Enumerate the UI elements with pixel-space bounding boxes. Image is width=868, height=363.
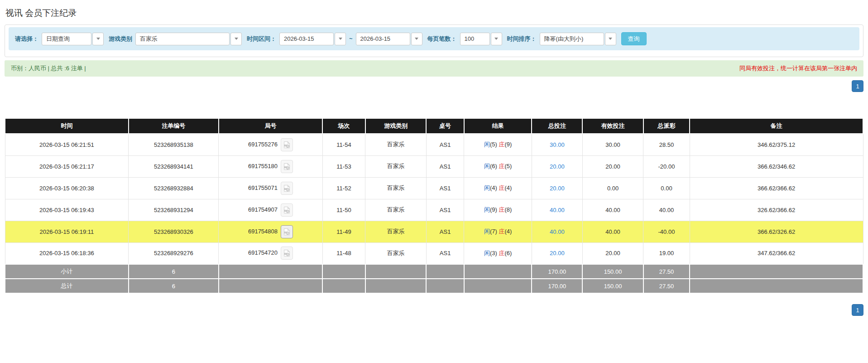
chevron-down-icon[interactable] (92, 33, 104, 45)
game-type-label: 游戏类别 (109, 35, 132, 43)
cell-session: 11-50 (322, 199, 365, 221)
video-replay-icon[interactable] (281, 182, 293, 195)
chevron-down-icon[interactable] (335, 33, 346, 45)
valid-bet-warning-text: 同局有效投注，统一计算在该局第一张注单内 (739, 64, 857, 73)
date-from-select[interactable]: 2026-03-15 (279, 33, 346, 45)
col-round-id: 局号 (219, 118, 322, 134)
total-bet-link[interactable]: 40.00 (550, 207, 565, 213)
summary-notice-bar: 币别：人民币 | 总共 :6 注单 | 同局有效投注，统一计算在该局第一张注单内 (5, 60, 863, 77)
banker-result: 庄 (499, 184, 504, 191)
total-bet-link[interactable]: 40.00 (550, 228, 565, 235)
cell-session: 11-53 (322, 155, 365, 177)
cell-total-bet: 40.00 (532, 199, 582, 221)
cell-bet-id: 523268932884 (129, 177, 219, 199)
sort-order-value[interactable]: 降幂(由大到小) (540, 33, 604, 45)
cell-time: 2026-03-15 06:21:17 (5, 155, 129, 177)
cell-time: 2026-03-15 06:19:43 (5, 199, 129, 221)
cell-session: 11-52 (322, 177, 365, 199)
video-replay-icon[interactable] (281, 225, 293, 238)
page-size-select[interactable]: 100 (460, 33, 502, 45)
video-replay-icon[interactable] (281, 160, 293, 173)
page-1-button[interactable]: 1 (852, 80, 863, 92)
filter-panel: 请选择： 日期查询 游戏类别 百家乐 时间区间： 2026-03-15 ~ 20… (5, 24, 863, 57)
col-table-no: 桌号 (426, 118, 464, 134)
chevron-down-icon[interactable] (605, 33, 616, 45)
cell-session: 11-48 (322, 242, 365, 264)
cell-result: 闲(7) 庄(4) (464, 221, 532, 242)
col-valid-bet: 有效投注 (582, 118, 643, 134)
col-total-bet: 总投注 (532, 118, 582, 134)
page-size-value[interactable]: 100 (460, 33, 490, 45)
chevron-down-icon[interactable] (230, 33, 242, 45)
player-score: (4) (490, 184, 497, 191)
filter-bar: 请选择： 日期查询 游戏类别 百家乐 时间区间： 2026-03-15 ~ 20… (9, 27, 859, 50)
round-id-text: 691754808 (248, 227, 278, 234)
cell-round-id: 691755071 (219, 177, 322, 199)
banker-result: 庄 (499, 250, 504, 257)
table-row: 2026-03-15 06:21:51 523268935138 6917552… (5, 134, 863, 155)
player-score: (5) (490, 141, 497, 148)
grand-total-payout: 27.50 (643, 279, 690, 293)
cell-table-no: AS1 (426, 134, 464, 155)
subtotal-valid-bet: 150.00 (582, 264, 643, 279)
cell-time: 2026-03-15 06:21:51 (5, 134, 129, 155)
cell-bet-id: 523268930326 (129, 221, 219, 242)
grand-total-label: 总计 (5, 279, 129, 293)
currency-summary-text: 币别：人民币 | 总共 :6 注单 | (11, 64, 86, 73)
select-type-label: 请选择： (15, 35, 38, 43)
cell-game: 百家乐 (365, 177, 427, 199)
page-1-button[interactable]: 1 (852, 304, 863, 316)
chevron-down-icon[interactable] (411, 33, 422, 45)
game-type-select[interactable]: 百家乐 (135, 33, 242, 45)
cell-note: 326.62/366.62 (690, 199, 863, 221)
cell-valid-bet: 40.00 (582, 199, 643, 221)
cell-bet-id: 523268929276 (129, 242, 219, 264)
date-from-value[interactable]: 2026-03-15 (279, 33, 334, 45)
player-result: 闲 (484, 184, 490, 191)
cell-payout: -20.00 (643, 155, 690, 177)
video-replay-icon[interactable] (281, 138, 293, 151)
table-header-row: 时间 注单编号 局号 场次 游戏类别 桌号 结果 总投注 有效投注 总派彩 备注 (5, 118, 863, 134)
total-bet-link[interactable]: 30.00 (550, 141, 565, 148)
cell-valid-bet: 30.00 (582, 134, 643, 155)
cell-time: 2026-03-15 06:20:38 (5, 177, 129, 199)
total-bet-link[interactable]: 20.00 (550, 185, 565, 192)
player-score: (6) (490, 163, 497, 169)
col-result: 结果 (464, 118, 532, 134)
total-bet-link[interactable]: 20.00 (550, 250, 565, 257)
video-replay-icon[interactable] (281, 203, 293, 217)
page-size-label: 每页笔数： (427, 35, 457, 43)
table-row-highlighted: 2026-03-15 06:19:11 523268930326 6917548… (5, 221, 863, 242)
sort-order-select[interactable]: 降幂(由大到小) (540, 33, 616, 45)
date-to-value[interactable]: 2026-03-15 (356, 33, 410, 45)
cell-round-id: 691755276 (219, 134, 322, 155)
player-result: 闲 (484, 206, 490, 213)
cell-session: 11-49 (322, 221, 365, 242)
cell-payout: 0.00 (643, 177, 690, 199)
col-session: 场次 (322, 118, 365, 134)
game-type-value[interactable]: 百家乐 (135, 33, 230, 45)
video-replay-icon[interactable] (281, 247, 293, 260)
search-button[interactable]: 查询 (621, 32, 647, 45)
grand-total-total-bet: 170.00 (532, 279, 582, 293)
subtotal-total-bet: 170.00 (532, 264, 582, 279)
chevron-down-icon[interactable] (491, 33, 502, 45)
query-type-value[interactable]: 日期查询 (42, 33, 91, 45)
banker-result: 庄 (499, 163, 504, 169)
cell-valid-bet: 40.00 (582, 221, 643, 242)
table-row: 2026-03-15 06:18:36 523268929276 6917547… (5, 242, 863, 264)
col-game-type: 游戏类别 (365, 118, 427, 134)
cell-note: 366.62/366.62 (690, 177, 863, 199)
banker-result: 庄 (499, 206, 504, 213)
player-result: 闲 (484, 141, 490, 148)
round-id-text: 691754720 (248, 249, 278, 256)
col-payout: 总派彩 (643, 118, 690, 134)
round-id-text: 691754907 (248, 206, 278, 213)
total-bet-link[interactable]: 20.00 (550, 163, 565, 170)
player-score: (9) (490, 206, 497, 213)
date-to-select[interactable]: 2026-03-15 (356, 33, 422, 45)
banker-score: (9) (504, 141, 512, 148)
cell-result: 闲(4) 庄(4) (464, 177, 532, 199)
query-type-select[interactable]: 日期查询 (42, 33, 104, 45)
cell-round-id: 691754808 (219, 221, 322, 242)
